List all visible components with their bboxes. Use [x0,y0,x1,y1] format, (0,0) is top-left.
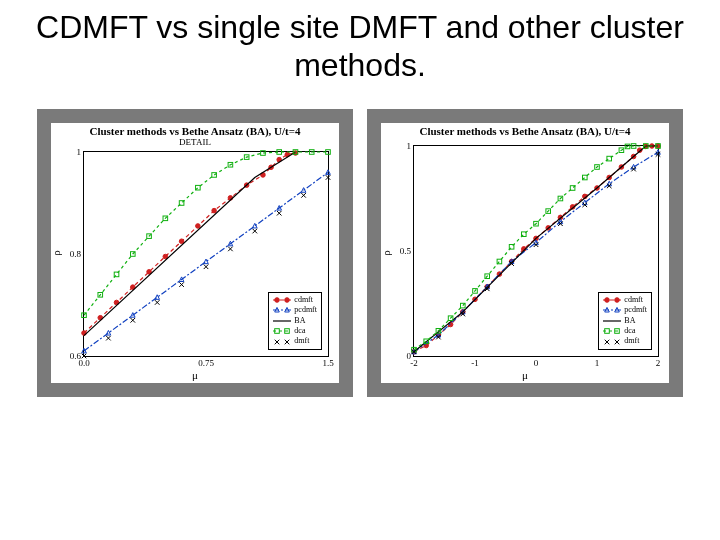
svg-point-34 [285,298,290,303]
ytick-label: 0.5 [400,246,414,256]
page-title: CDMFT vs single site DMFT and other clus… [0,0,720,89]
ytick-label: 1 [77,147,85,157]
ytick-label: 1 [407,141,415,151]
xtick-label: 1.5 [322,356,333,368]
xtick-label: -1 [471,356,479,368]
legend: cdmftpcdmftBAdcadmft [268,292,322,350]
ytick-label: 0.8 [70,249,84,259]
legend-label: BA [294,316,305,326]
legend-item: cdmft [603,295,647,305]
legend-swatch [603,327,621,335]
legend-swatch [603,317,621,325]
svg-point-6 [179,239,184,244]
charts-row: Cluster methods vs Bethe Ansatz (BA), U/… [0,109,720,397]
legend-label: pcdmft [294,305,317,315]
xtick-label: 2 [656,356,661,368]
legend-swatch [273,296,291,304]
legend-item: pcdmft [603,305,647,315]
legend-swatch [273,338,291,346]
legend-label: pcdmft [624,305,647,315]
legend-swatch [273,327,291,335]
legend-item: dmft [273,336,317,346]
chart-frame-right: Cluster methods vs Bethe Ansatz (BA), U/… [367,109,683,397]
legend-label: dmft [624,336,639,346]
xtick-label: 0 [534,356,539,368]
legend-item: BA [273,316,317,326]
legend-swatch [273,317,291,325]
legend-item: dca [603,326,647,336]
legend-label: dca [294,326,305,336]
chart-right-plot-area: 00.51-2-1012cdmftpcdmftBAdcadmft [413,145,659,357]
legend-item: BA [603,316,647,326]
svg-point-7 [196,223,201,228]
chart-left-title: Cluster methods vs Bethe Ansatz (BA), U/… [51,125,339,137]
legend-label: cdmft [624,295,643,305]
legend-label: dmft [294,336,309,346]
legend-item: pcdmft [273,305,317,315]
xtick-label: -2 [410,356,418,368]
chart-left: Cluster methods vs Bethe Ansatz (BA), U/… [51,123,339,383]
xtick-label: 0.75 [198,356,214,368]
chart-left-subtitle: DETAIL [51,137,339,147]
legend-swatch [273,306,291,314]
svg-point-8 [212,208,217,213]
xtick-label: 1 [595,356,600,368]
svg-point-33 [275,298,280,303]
chart-right-xlabel: μ [381,369,669,381]
svg-point-86 [605,298,610,303]
legend-label: BA [624,316,635,326]
chart-right-ylabel: ρ [380,250,392,256]
chart-left-plot-area: 0.60.810.00.751.5cdmftpcdmftBAdcadmft [83,151,329,357]
chart-frame-left: Cluster methods vs Bethe Ansatz (BA), U/… [37,109,353,397]
legend-item: dmft [603,336,647,346]
legend-item: dca [273,326,317,336]
chart-right: Cluster methods vs Bethe Ansatz (BA), U/… [381,123,669,383]
legend-swatch [603,296,621,304]
legend-swatch [603,338,621,346]
legend: cdmftpcdmftBAdcadmft [598,292,652,350]
chart-right-title: Cluster methods vs Bethe Ansatz (BA), U/… [381,125,669,137]
xtick-label: 0.0 [78,356,89,368]
chart-left-ylabel: ρ [50,250,62,256]
legend-label: dca [624,326,635,336]
svg-rect-31 [326,149,331,154]
legend-item: cdmft [273,295,317,305]
legend-swatch [603,306,621,314]
chart-left-xlabel: μ [51,369,339,381]
legend-label: cdmft [294,295,313,305]
svg-point-87 [615,298,620,303]
